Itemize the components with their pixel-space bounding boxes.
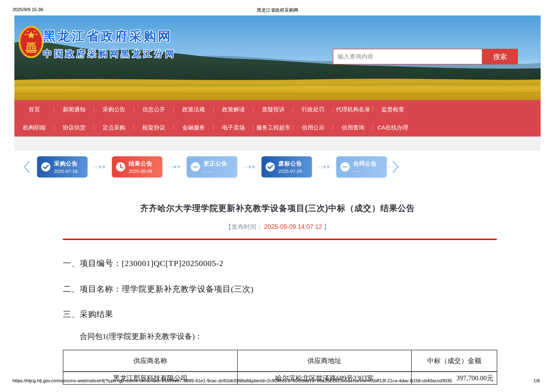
timeline-step-date: 2025-07-16 <box>54 169 78 174</box>
print-header: 2025/9/9 15:36 黑龙江省政府采购网 <box>12 7 543 13</box>
nav-item-penalties[interactable]: 行政处罚 <box>293 100 333 118</box>
article-body: 一、项目编号：[230001]QC[TP]20250005-2 二、项目名称：理… <box>63 258 541 385</box>
timeline-step-result-notice[interactable]: 结果公告 2025-09-09 <box>112 156 162 177</box>
nav-item-info-disclosure[interactable]: 信息公开 <box>134 100 174 118</box>
search-button[interactable]: 搜索 <box>482 49 518 64</box>
content-column: 黑龙江省政府采购网 中国政府采购网黑龙江分网 搜索 首页 新闻通知 采购公告 信… <box>14 15 541 385</box>
timeline-prev-button[interactable] <box>23 161 30 173</box>
header-award-amount: 中标（成交）金额 <box>411 350 497 371</box>
nav-item-home[interactable]: 首页 <box>14 100 54 118</box>
site-titles: 黑龙江省政府采购网 中国政府采购网黑龙江分网 <box>43 28 176 60</box>
nav-item-policies[interactable]: 政策法规 <box>174 100 214 118</box>
timeline-arrow <box>88 165 112 169</box>
timeline-step-contract-notice[interactable]: 合同公告 -- -- <box>336 156 387 177</box>
check-circle-icon <box>265 162 275 172</box>
site-title: 黑龙江省政府采购网 <box>43 28 176 45</box>
timeline-step-date: 2025-09-09 <box>129 169 153 174</box>
minus-circle-icon <box>340 162 350 172</box>
table-header-row: 供应商名称 供应商地址 中标（成交）金额 <box>63 350 497 371</box>
header-supplier-name: 供应商名称 <box>63 350 237 371</box>
national-emblem-logo <box>18 25 44 59</box>
check-circle-icon <box>41 162 51 172</box>
project-name-line: 二、项目名称：理学院更新补充教学设备项目(三次) <box>63 284 541 295</box>
chevron-left-icon <box>23 161 30 173</box>
print-page-number: 1/6 <box>533 378 540 384</box>
timeline-arrow <box>162 165 187 169</box>
gray-band <box>14 137 541 151</box>
timeline-arrow <box>237 165 262 169</box>
timeline-step-date: -- -- <box>353 169 377 174</box>
timeline-next-button[interactable] <box>392 161 399 173</box>
chevron-right-icon <box>392 161 399 173</box>
print-url: https://hljcg.hlj.gov.cn/maincms-web/not… <box>12 378 452 384</box>
print-doc-title: 黑龙江省政府采购网 <box>12 7 543 13</box>
nav-item-financial-services[interactable]: 金融服务 <box>174 118 214 137</box>
timeline-step-label: 采购公告 <box>54 160 78 167</box>
publish-time: 2025-09-09 14:07:12 <box>264 223 322 230</box>
header-supplier-address: 供应商地址 <box>237 350 411 371</box>
nav-item-credit-query[interactable]: 信用查询 <box>333 118 373 137</box>
timeline-arrow <box>312 165 336 169</box>
nav-item-ca-online[interactable]: CA在线办理 <box>373 118 413 137</box>
publish-suffix: 】 <box>324 223 330 230</box>
timeline-step-procurement-notice[interactable]: 采购公告 2025-07-16 <box>37 156 88 177</box>
nav-item-credit-publicity[interactable]: 信用公示 <box>293 118 333 137</box>
procurement-result-line: 三、采购结果 <box>63 309 541 320</box>
timeline-step-label: 合同公告 <box>353 160 377 167</box>
site-banner: 黑龙江省政府采购网 中国政府采购网黑龙江分网 搜索 <box>14 15 541 100</box>
page: 2025/9/9 15:36 黑龙江省政府采购网 <box>0 0 555 392</box>
nav-item-fixed-point[interactable]: 定点采购 <box>94 118 134 137</box>
nav-item-functions[interactable]: 机构职能 <box>14 118 54 137</box>
nav-row-2: 机构职能 协议供货 定点采购 框架协议 金融服务 电子卖场 服务工程超市 信用公… <box>14 118 413 137</box>
timeline-step-cancellation-notice[interactable]: 废标公告 2025-07-24 <box>262 156 312 177</box>
nav-item-agency-directory[interactable]: 代理机构名录 <box>333 100 373 118</box>
site-subtitle: 中国政府采购网黑龙江分网 <box>43 48 176 60</box>
minus-circle-icon <box>191 162 200 172</box>
clock-icon <box>116 162 125 172</box>
timeline-step-correction-notice[interactable]: 更正公告 -- -- <box>187 156 237 177</box>
nav-item-e-market[interactable]: 电子卖场 <box>214 118 253 137</box>
nav-row-1: 首页 新闻通知 采购公告 信息公开 政策法规 政策解读 质疑投诉 行政处罚 代理… <box>14 100 413 118</box>
nav-item-agreement-supply[interactable]: 协议供货 <box>54 118 94 137</box>
main-nav: 首页 新闻通知 采购公告 信息公开 政策法规 政策解读 质疑投诉 行政处罚 代理… <box>14 100 541 137</box>
timeline-step-date: 2025-07-24 <box>278 169 302 174</box>
timeline-step-date: -- -- <box>204 169 227 174</box>
nav-item-policy-interpretation[interactable]: 政策解读 <box>214 100 253 118</box>
nav-item-procurement-notices[interactable]: 采购公告 <box>94 100 134 118</box>
nav-item-supervision[interactable]: 监督检查 <box>373 100 413 118</box>
nav-item-complaints[interactable]: 质疑投诉 <box>253 100 293 118</box>
publish-prefix: 【发布时间： <box>225 223 263 230</box>
timeline-step-label: 更正公告 <box>204 160 227 167</box>
nav-item-news[interactable]: 新闻通知 <box>54 100 94 118</box>
nav-item-framework[interactable]: 框架协议 <box>134 118 174 137</box>
red-divider <box>63 239 497 240</box>
timeline-step-label: 废标公告 <box>278 160 302 167</box>
article-title: 齐齐哈尔大学理学院更新补充教学设备项目(三次)中标（成交）结果公告 <box>14 203 541 214</box>
nav-item-service-supermarket[interactable]: 服务工程超市 <box>253 118 293 137</box>
publish-line: 【发布时间：2025-09-09 14:07:12】 <box>14 223 541 231</box>
search-input[interactable] <box>333 49 482 64</box>
contract-package-line: 合同包1(理学院更新补充教学设备)： <box>80 331 541 342</box>
search-box: 搜索 <box>333 49 518 64</box>
timeline-step-label: 结果公告 <box>129 160 153 167</box>
notice-timeline: 采购公告 2025-07-16 结果公告 2025-09-09 <box>23 151 541 183</box>
project-number-line: 一、项目编号：[230001]QC[TP]20250005-2 <box>63 258 541 269</box>
